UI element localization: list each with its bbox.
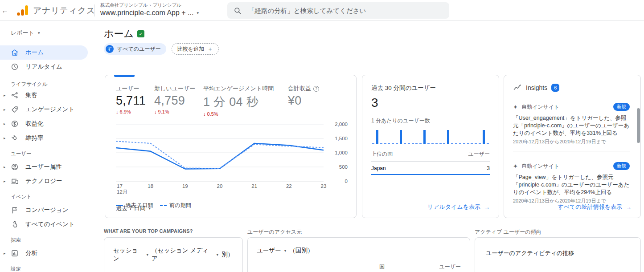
brand[interactable]: アナリティクス — [17, 0, 95, 21]
x-tick-label: 19 — [182, 183, 188, 189]
minute-baseline-dash — [442, 128, 446, 144]
y-tick-label: 1,000 — [324, 150, 348, 155]
sidebar-item-tech[interactable]: ▸ テクノロジー — [0, 174, 100, 188]
sidebar-item-all-events[interactable]: すべてのイベント — [0, 217, 100, 231]
breadcrumb-separator-icon: › — [149, 3, 151, 8]
sidebar-item-conversions[interactable]: コンバージョン — [0, 203, 100, 217]
search-bar[interactable] — [227, 2, 449, 19]
realtime-users-value: 3 — [371, 96, 490, 110]
campaigns-card: セッション ▾ （セッション メディア ▾ 別） セッション メディア セッショ… — [104, 237, 243, 272]
expand-caret-icon[interactable]: ▸ — [4, 107, 5, 112]
help-icon[interactable]: ? — [313, 86, 319, 92]
home-icon — [11, 49, 19, 57]
section-label-trend: アクティブ ユーザーの傾向 — [475, 228, 541, 236]
y-tick-label: 1,500 — [324, 136, 348, 141]
minute-baseline-dash — [407, 128, 411, 144]
scrollbar-thumb[interactable] — [637, 108, 640, 143]
minute-baseline-dash — [474, 128, 478, 144]
property-name: www.principle-c.com App + ... ▾ — [100, 9, 199, 17]
x-tick-label: 18 — [148, 183, 153, 189]
minute-bar — [399, 128, 403, 144]
devices-icon — [11, 177, 19, 185]
auto-insight-sparkle-icon: ✦ — [513, 163, 518, 170]
chevron-down-icon: ▾ — [38, 31, 40, 35]
insight-item[interactable]: ✦ 自動インサイト 新規 「User_engagement」をトリガーした、参照… — [513, 103, 630, 145]
minute-baseline-dash — [435, 128, 439, 144]
realtime-title: 過去 30 分間のユーザー — [371, 84, 490, 92]
magnet-icon — [11, 134, 19, 142]
y-axis-labels: 05001,0001,5002,000 — [324, 124, 348, 181]
access-metric-selector[interactable]: ユーザー ▾ （国別） — [257, 247, 461, 255]
clock-icon — [11, 63, 19, 71]
sidebar-item-acquisition[interactable]: ▸ 集客 — [0, 88, 100, 102]
main-content: ホーム ✓ す すべてのユーザー 比較を追加 ＋ ユーザー 5,711 ↓ 6.… — [100, 21, 644, 272]
legend-previous-period: 前の期間 — [160, 202, 191, 209]
minute-bar — [422, 128, 427, 144]
plus-icon: ＋ — [207, 45, 213, 53]
arrow-down-icon: ↓ — [203, 111, 206, 117]
sidebar-item-home[interactable]: ホーム — [0, 45, 88, 60]
sidebar-item-retention[interactable]: ▸ 維持率 — [0, 131, 100, 145]
top-header: ← アナリティクス 株式会社プリンシプル › プリンシプル www.princi… — [0, 0, 644, 21]
account-switcher[interactable]: 株式会社プリンシプル › プリンシプル www.principle-c.com … — [100, 2, 199, 17]
expand-caret-icon[interactable]: ▸ — [4, 165, 5, 169]
view-all-insights-link[interactable]: すべての統計情報を表示 → — [558, 203, 632, 211]
sidebar-item-analysis[interactable]: ▸ 分析 — [0, 246, 100, 260]
expand-caret-icon[interactable]: ▸ — [4, 179, 5, 183]
metric-users[interactable]: ユーザー 5,711 ↓ 6.9% — [116, 85, 146, 114]
add-comparison-chip[interactable]: 比較を追加 ＋ — [172, 43, 219, 55]
arrow-right-icon: → — [484, 204, 490, 211]
tap-icon — [11, 220, 19, 228]
chevron-down-icon: ▾ — [148, 206, 151, 211]
date-range-dropdown[interactable]: 過去 7 日間 ▾ — [116, 204, 151, 212]
report-collection-switcher[interactable]: レポート ▾ — [0, 21, 100, 37]
all-users-chip[interactable]: す すべてのユーザー — [104, 43, 166, 55]
ga-analytics-app: ← アナリティクス 株式会社プリンシプル › プリンシプル www.princi… — [0, 0, 644, 272]
nav-section-events: イベント — [11, 194, 100, 200]
realtime-country-row[interactable]: Japan 3 — [371, 162, 490, 175]
insight-item[interactable]: ✦ 自動インサイト 新規 「Page_view」をトリガーした、参照元「prin… — [513, 162, 630, 204]
minute-baseline-dash — [427, 128, 431, 144]
sidebar-item-engagement[interactable]: ▸ エンゲージメント — [0, 102, 100, 117]
minute-baseline-dash — [391, 128, 395, 144]
chevron-down-icon: ▾ — [147, 252, 149, 257]
minute-baseline-dash — [478, 128, 482, 144]
nav-section-lifecycle: ライフサイクル — [11, 81, 100, 88]
arrow-down-icon: ↓ — [116, 109, 119, 114]
campaigns-metric-selector[interactable]: セッション ▾ （セッション メディア ▾ 別） — [113, 247, 234, 263]
x-axis-labels: 1712月181920212223 — [116, 183, 324, 195]
x-tick-label: 21 — [251, 183, 257, 189]
metric-new-users[interactable]: 新しいユーザー 4,759 ↓ 9.1% — [154, 85, 195, 114]
minute-baseline-dash — [486, 128, 490, 144]
search-input[interactable] — [247, 7, 443, 15]
metric-total-revenue[interactable]: 合計収益 ? ¥0 — [288, 85, 319, 108]
expand-caret-icon[interactable]: ▸ — [4, 122, 5, 126]
sidebar-item-realtime[interactable]: リアルタイム — [0, 60, 100, 74]
insights-icon — [513, 83, 522, 92]
sidebar-item-demographics[interactable]: ▸ ユーザー属性 — [0, 160, 100, 174]
expand-caret-icon[interactable]: ▸ — [4, 93, 5, 97]
account-breadcrumb: 株式会社プリンシプル › プリンシプル — [100, 2, 199, 8]
loading-placeholder: --- — [291, 255, 461, 260]
selected-metric-tab-indicator — [114, 75, 135, 77]
dashed-line-swatch-icon — [160, 205, 167, 206]
back-button[interactable]: ← — [0, 0, 10, 21]
view-realtime-link[interactable]: リアルタイムを表示 → — [427, 203, 490, 211]
insights-card: Insights 6 ✦ 自動インサイト 新規 「User_engagement… — [504, 75, 641, 218]
users-trend-chart: 05001,0001,5002,000 1712月181920212223 — [116, 124, 348, 195]
user-globe-icon — [11, 163, 19, 171]
page-title: ホーム ✓ — [104, 27, 144, 41]
active-users-trend-card: ユーザーのアクティビティの推移 3万 ● 30 日 2.4万 — [475, 237, 641, 272]
sidebar-item-monetization[interactable]: ▸ 収益化 — [0, 117, 100, 131]
arrow-right-icon: → — [626, 204, 632, 211]
analytics-logo-icon — [17, 5, 28, 16]
expand-caret-icon[interactable]: ▸ — [4, 136, 5, 140]
report-check-icon: ✓ — [137, 30, 144, 37]
minute-baseline-dash — [414, 128, 418, 144]
metric-avg-engagement-time[interactable]: 平均エンゲージメント時間 1 分 04 秒 ↓ 0.5% — [203, 85, 274, 117]
minute-baseline-dash — [439, 128, 443, 144]
analysis-chart-icon — [11, 249, 19, 257]
segment-initial-badge: す — [106, 45, 114, 53]
acquisition-icon — [11, 91, 19, 99]
expand-caret-icon[interactable]: ▸ — [4, 251, 5, 256]
